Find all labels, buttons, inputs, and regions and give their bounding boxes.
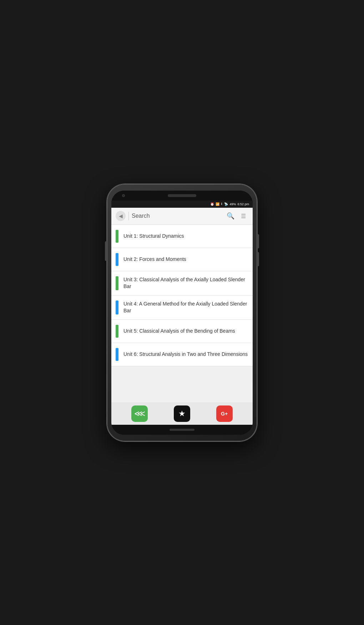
phone-screen: ⏰ 📶 𝟏 📡 49% 6:52 pm ◀ Search 🔍 [111,191,253,435]
unit-label: Unit 6: Structural Analysis in Two and T… [123,351,248,358]
search-title: Search [132,213,223,219]
unit-label: Unit 4: A General Method for the Axially… [123,301,248,314]
list-item[interactable]: Unit 4: A General Method for the Axially… [111,296,253,320]
gplus-button[interactable]: G+ [216,405,233,422]
list-item[interactable]: Unit 2: Forces and Moments [111,248,253,271]
list-item[interactable]: Unit 1: Structural Dynamics [111,225,253,248]
unit-color-bar [116,325,118,338]
back-button[interactable]: ◀ [116,211,126,221]
unit-color-bar [116,301,118,314]
menu-icon: ☰ [241,213,246,220]
phone-top-bar [111,191,253,201]
app-screen: ◀ Search 🔍 ☰ Unit 1: Structural Dynamics… [111,208,253,425]
vertical-divider [128,212,129,220]
unit-label: Unit 1: Structural Dynamics [123,233,184,240]
wifi-icon: 📶 [216,202,219,206]
home-bar[interactable] [170,429,194,431]
menu-button[interactable]: ☰ [238,211,248,221]
list-item[interactable]: Unit 6: Structural Analysis in Two and T… [111,343,253,366]
unit-color-bar [116,348,118,361]
phone-frame: ⏰ 📶 𝟏 📡 49% 6:52 pm ◀ Search 🔍 [107,184,257,441]
unit-label: Unit 3: Classical Analysis of the Axiall… [123,276,248,290]
app-bar: ◀ Search 🔍 ☰ [111,208,253,225]
alarm-icon: ⏰ [210,202,214,206]
nfc-icon: 𝟏 [221,202,223,206]
star-icon: ★ [178,409,186,418]
phone-bottom-bar [111,425,253,435]
signal-icon: 📡 [224,202,228,206]
unit-label: Unit 2: Forces and Moments [123,256,186,263]
status-bar: ⏰ 📶 𝟏 📡 49% 6:52 pm [111,201,253,208]
status-icons: ⏰ 📶 𝟏 📡 49% 6:52 pm [210,202,249,206]
star-button[interactable]: ★ [174,405,190,422]
power-button[interactable] [105,241,107,261]
back-icon: ◀ [119,213,123,219]
volume-up-button[interactable] [257,234,259,248]
share-icon: ⋘ [134,409,145,418]
share-button[interactable]: ⋘ [131,405,148,422]
gplus-icon: G+ [221,411,228,417]
list-item[interactable]: Unit 5: Classical Analysis of the Bendin… [111,320,253,343]
unit-color-bar [116,230,118,243]
camera [122,194,125,197]
unit-color-bar [116,276,118,290]
volume-down-button[interactable] [257,252,259,266]
unit-label: Unit 5: Classical Analysis of the Bendin… [123,328,235,335]
search-button[interactable]: 🔍 [226,211,236,221]
battery-text: 49% [229,202,236,206]
unit-list: Unit 1: Structural DynamicsUnit 2: Force… [111,225,253,403]
list-item[interactable]: Unit 3: Classical Analysis of the Axiall… [111,271,253,296]
bottom-bar: ⋘ ★ G+ [111,403,253,425]
unit-color-bar [116,253,118,266]
search-icon: 🔍 [227,212,234,220]
speaker [168,194,196,197]
time-text: 6:52 pm [237,202,249,206]
